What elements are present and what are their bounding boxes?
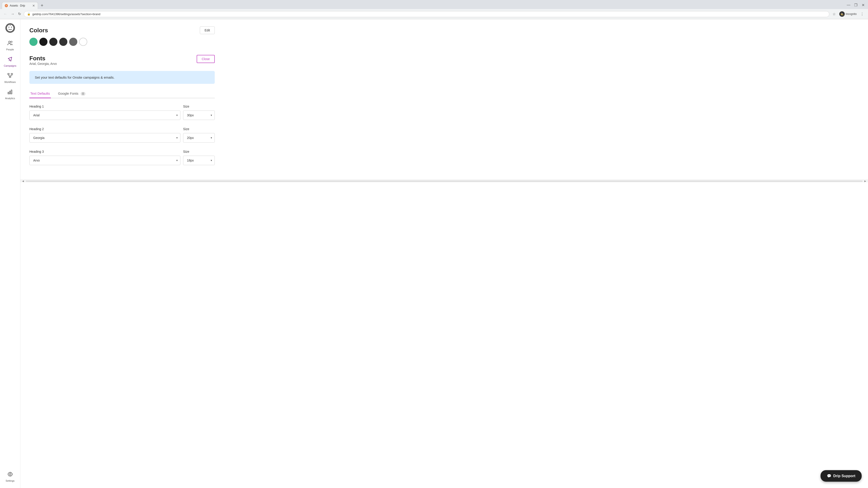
sidebar-item-people-label: People bbox=[6, 48, 14, 51]
tab-text-defaults[interactable]: Text Defaults bbox=[29, 89, 51, 98]
address-bar[interactable]: 🔒 getdrip.com/7641396/settings/assets?se… bbox=[24, 11, 829, 17]
heading3-row: Heading 3 Arial Georgia Arvo Times New R… bbox=[29, 150, 215, 165]
minimize-button[interactable]: — bbox=[845, 2, 852, 8]
incognito-label: Incognito bbox=[846, 12, 857, 15]
colors-section-header: Colors Edit bbox=[29, 26, 215, 34]
heading2-size-wrap: Size 12px14px16px18px20px24px28px30px36p… bbox=[183, 127, 215, 142]
menu-button[interactable]: ⋮ bbox=[859, 11, 865, 17]
svg-rect-7 bbox=[8, 73, 9, 74]
close-window-button[interactable]: ✕ bbox=[860, 2, 866, 8]
svg-point-5 bbox=[8, 41, 10, 43]
security-lock-icon: 🔒 bbox=[27, 12, 31, 15]
analytics-icon bbox=[7, 89, 13, 96]
logo-face-icon bbox=[5, 23, 15, 33]
drip-support-button[interactable]: 💬 Drip Support bbox=[820, 470, 862, 482]
sidebar-item-analytics[interactable]: Analytics bbox=[1, 87, 19, 102]
horizontal-scrollbar[interactable]: ◀ ▶ bbox=[20, 180, 868, 182]
content-area: Colors Edit Fonts Arial, Georgi bbox=[20, 19, 868, 488]
color-swatch-white bbox=[79, 38, 87, 46]
svg-rect-9 bbox=[11, 73, 13, 74]
fonts-section-title: Fonts bbox=[29, 55, 57, 62]
window-controls: — ❐ ✕ bbox=[845, 2, 866, 9]
drip-support-icon: 💬 bbox=[827, 474, 831, 478]
info-banner: Set your text defaults for Onsite campai… bbox=[29, 71, 215, 84]
sidebar-item-settings[interactable]: Settings bbox=[1, 469, 19, 484]
heading2-font-select-wrap: Arial Georgia Arvo Times New Roman Verda… bbox=[29, 133, 180, 142]
incognito-icon: 🕵 bbox=[839, 11, 845, 17]
tab-google-fonts-label: Google Fonts bbox=[58, 92, 79, 95]
fonts-title-block: Fonts Arial, Georgia, Arvo bbox=[29, 55, 57, 70]
scroll-left-arrow[interactable]: ◀ bbox=[21, 180, 25, 183]
heading1-size-select[interactable]: 12px14px16px18px20px24px28px30px36px48px bbox=[183, 110, 215, 120]
workflows-icon bbox=[7, 72, 13, 80]
browser-chrome: ● Assets · Drip ✕ + — ❐ ✕ ← → ↻ 🔒 getdri… bbox=[0, 0, 868, 19]
new-tab-button[interactable]: + bbox=[39, 2, 45, 8]
profile-button[interactable]: 🕵 Incognito bbox=[838, 10, 858, 18]
sidebar-item-workflows[interactable]: Workflows bbox=[1, 70, 19, 86]
color-swatch-dark1 bbox=[59, 38, 67, 46]
heading1-font-select[interactable]: Arial Georgia Arvo Times New Roman Verda… bbox=[29, 110, 180, 120]
color-swatch-gray bbox=[69, 38, 77, 46]
tab-close-button[interactable]: ✕ bbox=[32, 4, 35, 7]
fonts-section: Fonts Arial, Georgia, Arvo Close Set you… bbox=[29, 55, 215, 165]
tab-bar: ● Assets · Drip ✕ + — ❐ ✕ bbox=[0, 0, 868, 9]
tab-text-defaults-label: Text Defaults bbox=[30, 92, 50, 95]
back-button[interactable]: ← bbox=[3, 11, 8, 17]
color-swatch-teal bbox=[29, 38, 37, 46]
tab-favicon: ● bbox=[5, 4, 8, 7]
heading3-size-wrap: Size 12px14px16px18px20px24px28px30px36p… bbox=[183, 150, 215, 165]
tab-title: Assets · Drip bbox=[10, 4, 25, 7]
scroll-track bbox=[26, 181, 863, 182]
heading1-size-wrap: Size 12px14px16px18px20px24px28px30px36p… bbox=[183, 105, 215, 120]
google-fonts-badge: 0 bbox=[81, 92, 86, 96]
address-bar-row: ← → ↻ 🔒 getdrip.com/7641396/settings/ass… bbox=[0, 9, 868, 19]
app-layout: People Campaigns Workflow bbox=[0, 19, 868, 488]
heading3-size-label: Size bbox=[183, 150, 215, 153]
sidebar-item-settings-label: Settings bbox=[6, 480, 15, 482]
drip-support-label: Drip Support bbox=[833, 474, 855, 478]
refresh-button[interactable]: ↻ bbox=[17, 11, 22, 17]
app-logo[interactable] bbox=[5, 23, 16, 33]
svg-point-6 bbox=[11, 41, 12, 42]
sidebar-item-campaigns[interactable]: Campaigns bbox=[1, 54, 19, 69]
heading2-font-select[interactable]: Arial Georgia Arvo Times New Roman Verda… bbox=[29, 133, 180, 142]
color-swatches bbox=[29, 38, 215, 46]
scroll-right-arrow[interactable]: ▶ bbox=[864, 180, 867, 183]
heading1-row: Heading 1 Arial Georgia Arvo Times New R… bbox=[29, 105, 215, 120]
heading1-font-select-wrap: Arial Georgia Arvo Times New Roman Verda… bbox=[29, 110, 180, 120]
heading3-size-select[interactable]: 12px14px16px18px20px24px28px30px36px48px bbox=[183, 156, 215, 165]
maximize-button[interactable]: ❐ bbox=[852, 2, 859, 8]
colors-section: Colors Edit bbox=[29, 26, 215, 46]
bookmark-button[interactable]: ☆ bbox=[831, 11, 837, 17]
incognito-badge: 🕵 Incognito bbox=[839, 11, 857, 17]
main-content: Colors Edit Fonts Arial, Georgi bbox=[20, 19, 224, 180]
forward-button[interactable]: → bbox=[10, 11, 16, 17]
svg-point-13 bbox=[9, 474, 11, 475]
fonts-close-button[interactable]: Close bbox=[197, 55, 215, 63]
url-text: getdrip.com/7641396/settings/assets?sect… bbox=[32, 12, 826, 16]
heading2-label: Heading 2 bbox=[29, 127, 180, 131]
sidebar-item-people[interactable]: People bbox=[1, 38, 19, 53]
sidebar-item-campaigns-label: Campaigns bbox=[4, 64, 17, 67]
people-icon bbox=[7, 40, 13, 47]
heading2-size-select[interactable]: 12px14px16px18px20px24px28px30px36px48px bbox=[183, 133, 215, 142]
browser-tab-active[interactable]: ● Assets · Drip ✕ bbox=[2, 2, 38, 9]
colors-section-title: Colors bbox=[29, 27, 48, 34]
tab-google-fonts[interactable]: Google Fonts 0 bbox=[57, 89, 86, 98]
fonts-header: Fonts Arial, Georgia, Arvo Close bbox=[29, 55, 215, 70]
svg-rect-11 bbox=[9, 91, 10, 94]
heading1-size-label: Size bbox=[183, 105, 215, 108]
colors-edit-button[interactable]: Edit bbox=[200, 26, 215, 34]
settings-icon bbox=[7, 471, 13, 479]
heading1-label: Heading 1 bbox=[29, 105, 180, 108]
campaigns-icon bbox=[7, 56, 13, 64]
svg-rect-12 bbox=[11, 90, 12, 94]
heading3-font-select[interactable]: Arial Georgia Arvo Times New Roman Verda… bbox=[29, 156, 180, 165]
svg-rect-8 bbox=[9, 76, 11, 77]
font-tab-nav: Text Defaults Google Fonts 0 bbox=[29, 89, 215, 98]
info-banner-text: Set your text defaults for Onsite campai… bbox=[35, 75, 115, 79]
svg-point-2 bbox=[11, 27, 12, 28]
fonts-subtitle: Arial, Georgia, Arvo bbox=[29, 62, 57, 66]
svg-line-4 bbox=[10, 25, 11, 26]
heading2-size-label: Size bbox=[183, 127, 215, 131]
